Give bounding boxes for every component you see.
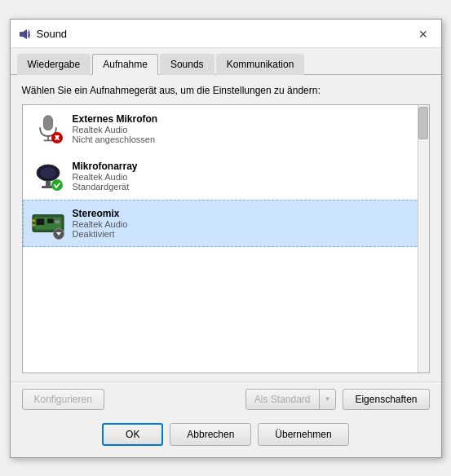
title-bar: Sound ✕ — [11, 20, 441, 48]
device-icon-wrap-1 — [32, 112, 64, 145]
tab-bar: Wiedergabe Aufnahme Sounds Kommunikation — [11, 48, 441, 75]
device-item-mikrofonarray[interactable]: Mikrofonarray Realtek Audio Standardgerä… — [23, 152, 429, 200]
tab-aufnahme[interactable]: Aufnahme — [92, 54, 158, 75]
device-item-externes-mikrofon[interactable]: Externes Mikrofon Realtek Audio Nicht an… — [23, 105, 429, 152]
device-status-1: Nicht angeschlossen — [73, 134, 158, 144]
device-info-3: Stereomix Realtek Audio Deaktiviert — [73, 208, 128, 239]
scrollbar-thumb[interactable] — [418, 107, 428, 139]
svg-rect-15 — [47, 218, 54, 223]
window-title: Sound — [37, 28, 412, 40]
device-name-2: Mikrofonarray — [73, 161, 138, 172]
device-badge-3 — [53, 228, 64, 240]
device-info-2: Mikrofonarray Realtek Audio Standardgerä… — [73, 161, 138, 192]
device-info-1: Externes Mikrofon Realtek Audio Nicht an… — [73, 113, 158, 144]
device-icon-wrap-3 — [32, 207, 64, 240]
svg-rect-18 — [32, 223, 34, 226]
scrollbar[interactable] — [418, 105, 429, 372]
eigenschaften-button[interactable]: Eigenschaften — [343, 389, 429, 410]
tab-content: Wählen Sie ein Aufnahmegerät aus, um die… — [11, 75, 441, 381]
device-driver-3: Realtek Audio — [73, 219, 128, 229]
svg-rect-0 — [20, 32, 23, 37]
device-name-1: Externes Mikrofon — [73, 113, 158, 125]
dialog-buttons: OK Abbrechen Übernehmen — [11, 416, 441, 457]
device-status-3: Deaktiviert — [73, 229, 128, 239]
als-standard-split[interactable]: Als Standard ▼ — [245, 389, 337, 410]
svg-rect-14 — [36, 218, 44, 225]
sound-dialog: Sound ✕ Wiedergabe Aufnahme Sounds Kommu… — [10, 19, 442, 458]
device-list[interactable]: Externes Mikrofon Realtek Audio Nicht an… — [22, 104, 430, 373]
konfigurieren-button[interactable]: Konfigurieren — [22, 389, 104, 410]
abbrechen-button[interactable]: Abbrechen — [170, 423, 251, 446]
svg-rect-16 — [55, 220, 60, 223]
svg-rect-17 — [32, 219, 34, 222]
instruction-text: Wählen Sie ein Aufnahmegerät aus, um die… — [22, 85, 430, 96]
ubernehmen-button[interactable]: Übernehmen — [258, 423, 348, 446]
als-standard-button[interactable]: Als Standard — [246, 390, 319, 409]
device-driver-2: Realtek Audio — [73, 172, 138, 182]
action-buttons: Konfigurieren Als Standard ▼ Eigenschaft… — [11, 381, 441, 416]
tab-sounds[interactable]: Sounds — [160, 54, 214, 75]
sound-icon — [19, 28, 32, 41]
device-item-stereomix[interactable]: Stereomix Realtek Audio Deaktiviert — [23, 200, 429, 247]
svg-point-9 — [40, 167, 56, 178]
als-standard-arrow[interactable]: ▼ — [319, 390, 336, 409]
device-status-2: Standardgerät — [73, 182, 138, 192]
svg-marker-1 — [23, 29, 27, 39]
device-driver-1: Realtek Audio — [73, 125, 158, 134]
device-name-3: Stereomix — [73, 208, 128, 219]
svg-marker-19 — [56, 232, 61, 236]
device-icon-wrap-2 — [32, 160, 64, 192]
ok-button[interactable]: OK — [102, 423, 163, 446]
close-button[interactable]: ✕ — [412, 26, 435, 42]
svg-rect-2 — [43, 115, 52, 130]
tab-wiedergabe[interactable]: Wiedergabe — [17, 54, 91, 75]
tab-kommunikation[interactable]: Kommunikation — [216, 54, 305, 75]
device-badge-1 — [51, 132, 63, 143]
device-badge-2 — [51, 179, 63, 191]
